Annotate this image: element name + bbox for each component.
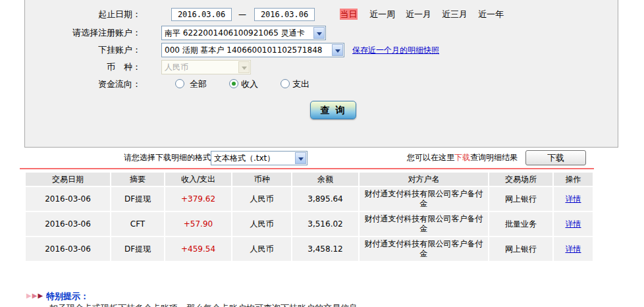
table-row: 2016-03-06DF提现+379.62人民币3,895.64财付通支付科技有… xyxy=(26,187,593,211)
cell-currency: 人民币 xyxy=(232,237,291,261)
start-date-input[interactable] xyxy=(171,8,232,21)
triple-arrow-icon: ▶▶▶ xyxy=(26,292,43,299)
sub-account-label: 下挂账户： xyxy=(25,43,141,57)
header-counterparty: 对方户名 xyxy=(360,173,488,186)
cell-channel: 网上银行 xyxy=(489,237,552,261)
quick-link-month[interactable]: 近一月 xyxy=(406,7,431,22)
download-format-label: 请您选择下载明细的格式 xyxy=(124,152,211,163)
sub-account-row: 下挂账户： 000 活期 基本户 1406600101102571848 保存近… xyxy=(25,43,618,57)
dropdown-arrow-icon[interactable] xyxy=(313,27,325,39)
cell-action: 详情 xyxy=(554,212,593,236)
header-currency: 币种 xyxy=(232,173,291,186)
cell-counterparty: 财付通支付科技有限公司客户备付金 xyxy=(360,237,488,261)
dropdown-arrow-icon[interactable] xyxy=(332,44,343,56)
radio-all-label: 全部 xyxy=(190,77,207,92)
separator-line xyxy=(20,168,594,169)
cell-action: 详情 xyxy=(554,237,593,261)
date-range-row: 起止日期： — 当日 近一周 近一月 近三月 近一年 xyxy=(25,7,618,22)
today-button[interactable]: 当日 xyxy=(340,9,358,20)
cell-currency: 人民币 xyxy=(232,212,291,236)
radio-all[interactable] xyxy=(175,79,184,88)
cell-counterparty: 财付通支付科技有限公司客户备付金 xyxy=(360,187,488,211)
table-body: 2016-03-06DF提现+379.62人民币3,895.64财付通支付科技有… xyxy=(26,187,593,261)
cell-currency: 人民币 xyxy=(232,187,291,211)
special-tip-title: 特别提示： xyxy=(46,291,89,302)
flow-label: 资金流向： xyxy=(25,77,141,92)
cell-channel: 批量业务 xyxy=(489,212,552,236)
register-account-value: 南平 6222001406100921065 灵通卡 xyxy=(165,28,305,38)
transaction-query-page: 起止日期： — 当日 近一周 近一月 近三月 近一年 请选择注册账户： 南平 6… xyxy=(0,0,644,307)
detail-link[interactable]: 详情 xyxy=(566,244,581,254)
cell-date: 2016-03-06 xyxy=(26,212,110,236)
download-format-select[interactable]: 文本格式（.txt） xyxy=(211,151,308,165)
register-account-label: 请选择注册账户： xyxy=(25,26,141,40)
query-form-panel: 起止日期： — 当日 近一周 近一月 近三月 近一年 请选择注册账户： 南平 6… xyxy=(24,0,618,148)
cell-counterparty: 财付通支付科技有限公司客户备付金 xyxy=(360,212,488,236)
query-button[interactable]: 查 询 xyxy=(310,101,356,119)
currency-value: 人民币 xyxy=(165,63,188,72)
cell-summary: DF提现 xyxy=(111,237,164,261)
dropdown-arrow-icon xyxy=(238,61,250,73)
cell-amount: +379.62 xyxy=(165,187,231,211)
sub-account-value: 000 活期 基本户 1406600101102571848 xyxy=(165,45,322,55)
table-header-row: 交易日期 摘要 收入/支出 币种 余额 对方户名 交易场所 操作 xyxy=(26,173,593,186)
radio-income[interactable] xyxy=(229,79,238,88)
register-account-row: 请选择注册账户： 南平 6222001406100921065 灵通卡 xyxy=(25,26,618,40)
table-row: 2016-03-06CFT+57.90人民币3,516.02财付通支付科技有限公… xyxy=(26,212,593,236)
cell-balance: 3,516.02 xyxy=(292,212,358,236)
results-table: 交易日期 摘要 收入/支出 币种 余额 对方户名 交易场所 操作 2016-03… xyxy=(24,171,594,262)
download-format-value: 文本格式（.txt） xyxy=(214,154,275,163)
cell-summary: DF提现 xyxy=(111,187,164,211)
cell-balance: 3,895.64 xyxy=(292,187,358,211)
register-account-select[interactable]: 南平 6222001406100921065 灵通卡 xyxy=(161,26,326,40)
date-separator: — xyxy=(236,7,249,22)
dropdown-arrow-icon[interactable] xyxy=(295,152,306,164)
cell-balance: 3,458.12 xyxy=(292,237,358,261)
sub-account-select[interactable]: 000 活期 基本户 1406600101102571848 xyxy=(161,43,344,57)
cell-amount: +459.54 xyxy=(165,237,231,261)
date-range-label: 起止日期： xyxy=(25,7,141,22)
header-channel: 交易场所 xyxy=(489,173,552,186)
special-tip-text: 如子现金卡或现折下挂多个卡账项，那么每个卡账户均可查询下挂账户的交易信息 xyxy=(49,302,358,307)
cell-channel: 网上银行 xyxy=(489,187,552,211)
download-hint-prefix: 您可以在这里 xyxy=(407,153,454,162)
radio-income-label: 收入 xyxy=(241,77,258,92)
quick-link-quarter[interactable]: 近三月 xyxy=(442,7,468,22)
currency-row: 币 种： 人民币 xyxy=(25,60,618,74)
detail-link[interactable]: 详情 xyxy=(566,194,581,204)
download-button[interactable]: 下载 xyxy=(525,150,586,165)
cell-summary: CFT xyxy=(111,212,164,236)
header-balance: 余额 xyxy=(292,173,358,186)
radio-expense[interactable] xyxy=(281,79,290,88)
table-row: 2016-03-06DF提现+459.54人民币3,458.12财付通支付科技有… xyxy=(26,237,593,261)
snapshot-link[interactable]: 保存近一个月的明细快照 xyxy=(352,43,439,57)
currency-select: 人民币 xyxy=(161,60,251,74)
header-date: 交易日期 xyxy=(26,173,110,186)
cell-date: 2016-03-06 xyxy=(26,237,110,261)
download-hint-suffix: 查询明细结果 xyxy=(470,153,518,162)
header-action: 操作 xyxy=(554,173,593,186)
currency-label: 币 种： xyxy=(25,60,141,74)
quick-link-week[interactable]: 近一周 xyxy=(369,7,395,22)
download-hint: 您可以在这里下载查询明细结果 xyxy=(407,152,518,163)
detail-link[interactable]: 详情 xyxy=(566,219,581,229)
cell-action: 详情 xyxy=(554,187,593,211)
header-amount: 收入/支出 xyxy=(165,173,231,186)
cell-amount: +57.90 xyxy=(165,212,231,236)
cell-date: 2016-03-06 xyxy=(26,187,110,211)
end-date-input[interactable] xyxy=(254,8,315,21)
header-summary: 摘要 xyxy=(111,173,164,186)
quick-link-year[interactable]: 近一年 xyxy=(478,7,504,22)
flow-row: 资金流向： 全部 收入 支出 xyxy=(25,77,618,92)
download-hint-link[interactable]: 下载 xyxy=(454,153,470,162)
radio-expense-label: 支出 xyxy=(292,77,309,92)
